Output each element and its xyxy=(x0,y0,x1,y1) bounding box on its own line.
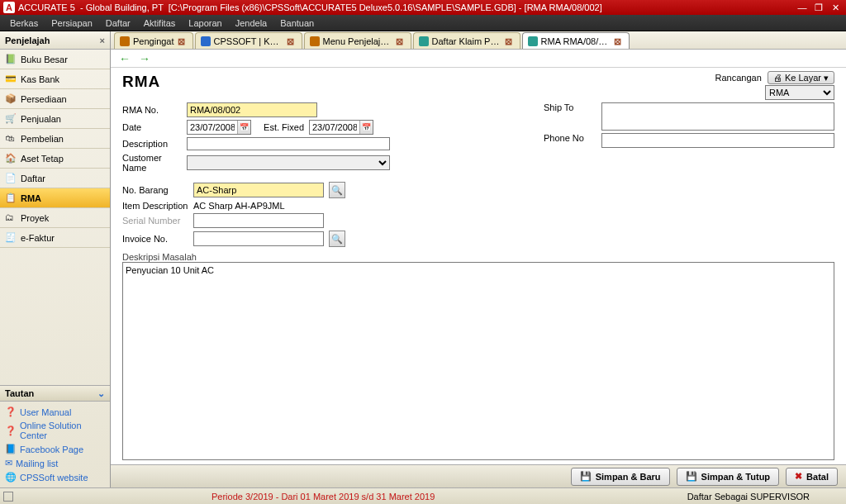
titlebar: A ACCURATE 5 - Global Building, PT [C:\P… xyxy=(0,0,846,15)
tab-close-icon[interactable]: ⊠ xyxy=(287,36,297,46)
tab-label: RMA RMA/08/002 xyxy=(541,36,611,46)
deskripsi-masalah-input[interactable]: Penyucian 10 Unit AC xyxy=(122,262,834,460)
save-icon: 💾 xyxy=(580,471,592,482)
date-input[interactable] xyxy=(188,121,237,134)
ke-layar-button[interactable]: 🖨 Ke Layar ▾ xyxy=(768,71,834,84)
link-user-manual[interactable]: ❓User Manual xyxy=(5,405,105,419)
nav-icon: 🏠 xyxy=(5,153,17,164)
menu-jendela[interactable]: Jendela xyxy=(229,17,274,30)
sidebar-item-label: Aset Tetap xyxy=(21,154,64,164)
item-desc-label: Item Description xyxy=(122,201,188,211)
back-arrow-icon[interactable]: ← xyxy=(117,52,132,65)
calendar-icon[interactable]: 📅 xyxy=(237,121,250,134)
menu-persiapan[interactable]: Persiapan xyxy=(45,17,99,30)
link-icon: 📘 xyxy=(5,444,17,454)
menu-aktifitas[interactable]: Aktifitas xyxy=(137,17,183,30)
link-mailing-list[interactable]: ✉Mailing list xyxy=(5,456,105,470)
est-fixed-input[interactable] xyxy=(310,121,359,134)
chevron-down-icon: ⌄ xyxy=(97,388,105,399)
sidebar-item-label: RMA xyxy=(21,193,41,203)
tab-close-icon[interactable]: ⊠ xyxy=(614,36,624,46)
app-logo: A xyxy=(3,2,15,13)
tab-icon xyxy=(528,36,538,46)
deskripsi-masalah-label: Deskripsi Masalah xyxy=(122,252,834,262)
sidebar-item-label: Penjualan xyxy=(21,114,61,124)
ship-to-input[interactable] xyxy=(601,102,834,131)
link-online-solution-center[interactable]: ❓Online Solution Center xyxy=(5,419,105,442)
cancel-icon: ✖ xyxy=(795,471,802,482)
nav-icon: 🛍 xyxy=(5,133,17,145)
lookup-invoice-button[interactable]: 🔍 xyxy=(329,231,345,247)
tab-close-icon[interactable]: ⊠ xyxy=(178,36,188,46)
nav-icon: 📦 xyxy=(5,93,17,105)
nav-icon: 🛒 xyxy=(5,113,17,125)
sidebar-item-label: Persediaan xyxy=(21,94,67,104)
tab-close-icon[interactable]: ⊠ xyxy=(505,36,515,46)
sidebar-item-aset-tetap[interactable]: 🏠Aset Tetap xyxy=(0,149,110,169)
calendar-icon[interactable]: 📅 xyxy=(359,121,373,134)
status-bar: Periode 3/2019 - Dari 01 Maret 2019 s/d … xyxy=(0,487,846,504)
maximize-button[interactable]: ❐ xyxy=(811,2,826,13)
menubar: Berkas Persiapan Daftar Aktifitas Lapora… xyxy=(0,15,846,31)
sidebar-item-label: e-Faktur xyxy=(21,233,55,243)
rma-no-input[interactable] xyxy=(187,102,317,117)
sidebar-item-kas-bank[interactable]: 💳Kas Bank xyxy=(0,69,110,89)
no-barang-input[interactable] xyxy=(193,183,324,197)
link-facebook-page[interactable]: 📘Facebook Page xyxy=(5,442,105,456)
tab-icon xyxy=(419,36,429,46)
sidebar-item-label: Daftar xyxy=(21,174,45,183)
tautan-header[interactable]: Tautan⌄ xyxy=(0,385,110,402)
sidebar-item-persediaan[interactable]: 📦Persediaan xyxy=(0,89,110,109)
sidebar-item-pembelian[interactable]: 🛍Pembelian xyxy=(0,129,110,149)
sidebar-item-e-faktur[interactable]: 🧾e-Faktur xyxy=(0,228,110,248)
tab-menu-penjelajah-accur-[interactable]: Menu Penjelajah Accur...⊠ xyxy=(304,32,411,49)
tab-cpssoft-kemudahan-bis-[interactable]: CPSSOFT | Kemudahan Bis...⊠ xyxy=(195,32,302,49)
save-close-button[interactable]: 💾Simpan & Tutup xyxy=(677,468,780,486)
nav-icon: 🧾 xyxy=(5,232,17,244)
customer-select[interactable] xyxy=(187,155,390,170)
tab-pengingat[interactable]: Pengingat⊠ xyxy=(114,32,193,49)
menu-bantuan[interactable]: Bantuan xyxy=(273,17,321,30)
nav-icon: 📋 xyxy=(5,193,17,204)
sidebar-item-buku-besar[interactable]: 📗Buku Besar xyxy=(0,50,110,69)
sidebar-close-icon[interactable]: × xyxy=(100,36,105,45)
rma-no-label: RMA No. xyxy=(122,105,182,115)
invoice-input[interactable] xyxy=(193,231,324,246)
document-tabs: Pengingat⊠CPSSOFT | Kemudahan Bis...⊠Men… xyxy=(111,31,846,50)
tab-label: Daftar Klaim Pelangg... xyxy=(432,36,501,46)
cancel-button[interactable]: ✖Batal xyxy=(786,468,838,486)
tab-label: CPSSOFT | Kemudahan Bis... xyxy=(214,36,283,46)
menu-berkas[interactable]: Berkas xyxy=(3,17,45,30)
ship-to-label: Ship To xyxy=(544,102,596,112)
link-icon: ✉ xyxy=(5,458,12,468)
save-icon: 💾 xyxy=(686,471,697,482)
sidebar-item-proyek[interactable]: 🗂Proyek xyxy=(0,208,110,228)
menu-laporan[interactable]: Laporan xyxy=(182,17,228,30)
tab-rma-rma-08-002[interactable]: RMA RMA/08/002⊠ xyxy=(522,32,630,49)
sidebar-item-penjualan[interactable]: 🛒Penjualan xyxy=(0,109,110,129)
close-button[interactable]: ✕ xyxy=(828,2,843,13)
link-cpssoft-website[interactable]: 🌐CPSSoft website xyxy=(5,470,105,484)
description-input[interactable] xyxy=(187,137,390,150)
tab-close-icon[interactable]: ⊠ xyxy=(396,36,406,46)
rancangan-label: Rancangan xyxy=(715,73,762,83)
tab-label: Pengingat xyxy=(133,36,174,46)
menu-daftar[interactable]: Daftar xyxy=(99,17,137,30)
status-box xyxy=(3,492,13,502)
forward-arrow-icon[interactable]: → xyxy=(137,52,152,65)
save-new-button[interactable]: 💾Simpan & Baru xyxy=(571,468,670,486)
phone-label: Phone No xyxy=(544,133,596,143)
serial-input[interactable] xyxy=(193,213,324,228)
sidebar-item-daftar[interactable]: 📄Daftar xyxy=(0,169,110,188)
sidebar-item-rma[interactable]: 📋RMA xyxy=(0,188,110,208)
lookup-barang-button[interactable]: 🔍 xyxy=(329,182,345,198)
tab-daftar-klaim-pelangg-[interactable]: Daftar Klaim Pelangg...⊠ xyxy=(413,32,520,49)
phone-input[interactable] xyxy=(601,133,834,148)
invoice-label: Invoice No. xyxy=(122,234,188,244)
template-select[interactable]: RMA xyxy=(765,85,834,100)
description-label: Description xyxy=(122,139,182,149)
minimize-button[interactable]: — xyxy=(795,2,810,13)
form-footer: 💾Simpan & Baru 💾Simpan & Tutup ✖Batal xyxy=(111,464,846,487)
page-title: RMA xyxy=(122,73,160,91)
customer-label: Customer Name xyxy=(122,153,182,173)
